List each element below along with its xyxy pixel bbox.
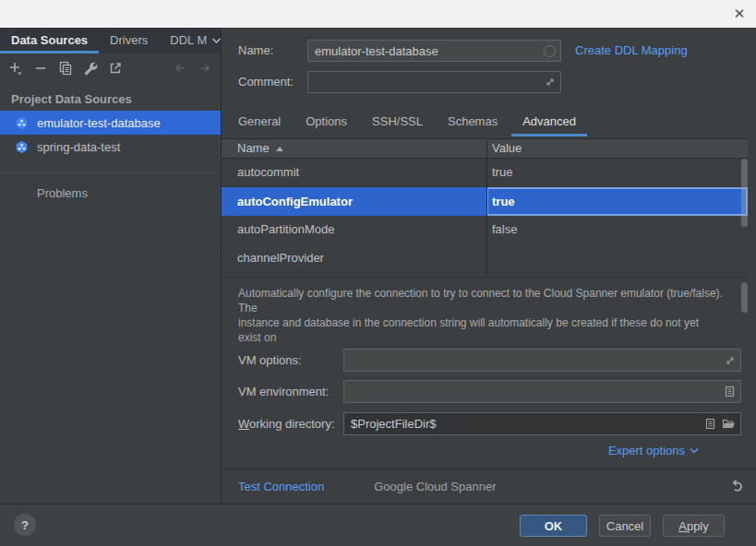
vm-environment-field[interactable]: [343, 380, 741, 403]
project-data-sources-header: Project Data Sources: [11, 92, 132, 106]
description-line: instance and database in the connection …: [238, 315, 724, 343]
expand-icon[interactable]: [545, 77, 556, 88]
property-name-cell[interactable]: autoPartitionMode: [222, 216, 486, 243]
vm-options-row: VM options:: [222, 349, 756, 372]
tab-schemas[interactable]: Schemas: [437, 106, 509, 136]
apply-button-label: Apply: [678, 519, 709, 533]
tab-drivers[interactable]: Drivers: [99, 28, 159, 53]
vm-environment-input[interactable]: [344, 381, 740, 402]
property-value-cell[interactable]: false: [486, 216, 748, 243]
column-header-name-label: Name: [237, 139, 270, 158]
property-name: autocommit: [237, 159, 299, 186]
refresh-spinner-icon: [544, 45, 556, 57]
list-item-emulator-test-database[interactable]: emulator-test-database: [0, 111, 221, 135]
forward-icon[interactable]: [198, 61, 212, 76]
working-directory-row: Working directory:: [222, 412, 756, 435]
data-source-name: emulator-test-database: [37, 116, 161, 130]
name-label: Name:: [238, 40, 273, 62]
comment-input[interactable]: [308, 72, 560, 92]
open-ddl-icon[interactable]: [108, 61, 123, 76]
description-scrollbar[interactable]: [741, 282, 748, 313]
property-value-cell[interactable]: true: [486, 159, 748, 186]
vm-options-field[interactable]: [343, 349, 741, 372]
table-row[interactable]: channelProvider: [222, 244, 748, 273]
data-source-list: emulator-test-database spring-data-test: [0, 111, 221, 159]
problems-node[interactable]: Problems: [37, 186, 88, 200]
dialog-buttons: OK Cancel Apply: [520, 515, 725, 537]
property-value-cell-editing[interactable]: true: [486, 187, 748, 216]
remove-icon[interactable]: [33, 61, 48, 76]
name-field[interactable]: [307, 40, 561, 62]
table-header-row: Name Value: [222, 139, 748, 159]
table-row[interactable]: autoPartitionMode false: [222, 216, 748, 244]
apply-button[interactable]: Apply: [663, 515, 725, 537]
name-input[interactable]: [308, 41, 560, 61]
dialog-footer: ? OK Cancel Apply: [0, 504, 756, 546]
browse-folder-icon[interactable]: [722, 418, 736, 430]
variables-list-icon[interactable]: [704, 418, 716, 430]
property-name-cell[interactable]: autocommit: [222, 159, 486, 186]
comment-label: Comment:: [238, 71, 294, 93]
tab-data-sources[interactable]: Data Sources: [0, 28, 99, 53]
add-icon[interactable]: [8, 61, 23, 76]
settings-panel: Name: Create DDL Mapping Comment: Genera…: [222, 28, 756, 504]
tab-general[interactable]: General: [227, 106, 292, 136]
left-tab-strip: Data Sources Drivers DDL M: [0, 28, 221, 53]
column-header-value[interactable]: Value: [486, 139, 748, 158]
property-name: channelProvider: [237, 244, 324, 272]
vm-environment-label: VM environment:: [238, 380, 329, 403]
list-item-spring-data-test[interactable]: spring-data-test: [0, 135, 221, 159]
chevron-down-icon: [211, 37, 222, 44]
chevron-down-icon: [690, 447, 699, 454]
copy-icon[interactable]: [58, 61, 73, 76]
datasource-toolbar: [0, 53, 221, 83]
list-divider: [0, 172, 221, 173]
spanner-icon: [15, 116, 29, 130]
table-row-selected[interactable]: autoConfigEmulator true: [222, 187, 748, 216]
vm-environment-row: VM environment:: [222, 380, 756, 403]
ok-button[interactable]: OK: [520, 515, 587, 537]
window-titlebar: ✕: [0, 0, 756, 28]
column-header-name[interactable]: Name: [222, 139, 486, 158]
ok-button-label: OK: [545, 519, 563, 533]
connection-bar: Test Connection Google Cloud Spanner: [222, 469, 756, 504]
property-description: Automatically configure the connection t…: [222, 277, 748, 343]
data-source-name: spring-data-test: [37, 140, 120, 154]
help-icon[interactable]: ?: [14, 514, 36, 536]
settings-tab-strip: General Options SSH/SSL Schemas Advanced: [227, 106, 587, 136]
create-ddl-mapping-link[interactable]: Create DDL Mapping: [575, 40, 688, 62]
tab-options[interactable]: Options: [294, 106, 358, 136]
back-icon[interactable]: [173, 61, 187, 76]
spanner-icon: [15, 140, 29, 154]
property-name: autoPartitionMode: [237, 216, 335, 243]
tab-ssh-ssl[interactable]: SSH/SSL: [361, 106, 434, 136]
property-name-cell[interactable]: channelProvider: [222, 244, 486, 272]
data-sources-dialog: ✕ Data Sources Drivers DDL M: [0, 0, 756, 546]
driver-name: Google Cloud Spanner: [374, 480, 496, 493]
tab-advanced[interactable]: Advanced: [511, 106, 587, 136]
cancel-button-label: Cancel: [606, 519, 643, 533]
table-row[interactable]: autocommit true: [222, 159, 748, 187]
property-value-cell[interactable]: [486, 244, 748, 272]
property-name: autoConfigEmulator: [237, 187, 353, 216]
tab-ddl-mappings-label: DDL M: [170, 28, 207, 53]
working-directory-field[interactable]: [343, 412, 741, 435]
wrench-icon[interactable]: [83, 61, 98, 76]
cancel-button[interactable]: Cancel: [599, 515, 651, 537]
comment-field[interactable]: [307, 71, 561, 93]
working-directory-input[interactable]: [344, 413, 740, 434]
column-divider: [486, 139, 487, 277]
revert-icon[interactable]: [728, 477, 745, 493]
expert-options-label: Expert options: [608, 444, 685, 457]
expert-options-link[interactable]: Expert options: [608, 443, 699, 457]
sort-ascending-icon: [276, 147, 283, 151]
vm-options-input[interactable]: [344, 350, 740, 371]
variables-list-icon[interactable]: [724, 386, 736, 398]
test-connection-link[interactable]: Test Connection: [238, 480, 324, 493]
property-name-cell[interactable]: autoConfigEmulator: [222, 187, 486, 216]
expand-icon[interactable]: [725, 355, 736, 366]
table-scrollbar[interactable]: [741, 159, 748, 227]
vm-options-label: VM options:: [238, 349, 302, 372]
close-icon[interactable]: ✕: [728, 3, 750, 25]
properties-table: Name Value autocommit true autoConfigEmu…: [222, 138, 748, 277]
